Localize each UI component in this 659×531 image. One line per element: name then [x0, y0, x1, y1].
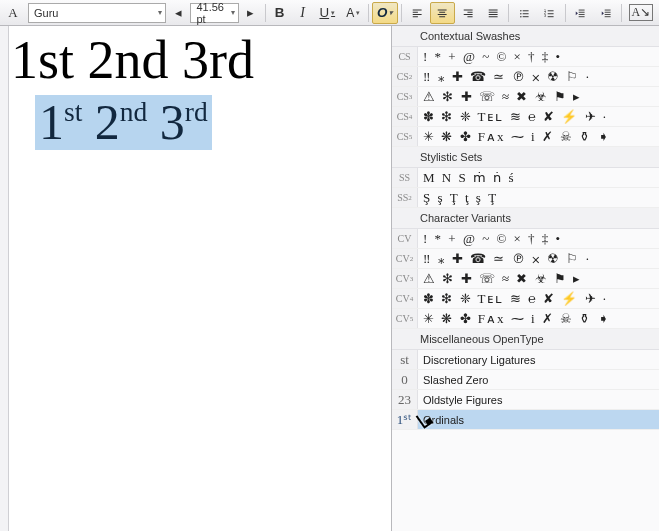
underline-button[interactable]: U — [315, 2, 341, 24]
opentype-features-button[interactable]: O — [372, 2, 398, 24]
section-character-variants: Character Variants — [392, 208, 659, 229]
separator — [265, 4, 266, 22]
svg-point-2 — [520, 15, 521, 16]
align-right-button[interactable] — [456, 2, 480, 24]
swash-row-cs3[interactable]: CS3⚠ ✻ ✚ ☏ ≈ ✖ ☣ ⚑ ▸ — [392, 87, 659, 107]
separator — [508, 4, 509, 22]
align-justify-button[interactable] — [481, 2, 505, 24]
opentype-panel: Contextual Swashes CS! * + @ ~ © × † ‡ •… — [391, 26, 659, 531]
separator — [621, 4, 622, 22]
font-name-combo[interactable]: Guru ▾ — [28, 3, 166, 23]
swash-row-cs4[interactable]: CS4✽ ❇ ❈ Tᴇʟ ≋ ℮ ✘ ⚡ ✈ · — [392, 107, 659, 127]
formatting-toolbar: A Guru ▾ ◂ 41.56 pt ▾ ▸ B I U A O 123 A↘ — [0, 0, 659, 26]
font-size-value: 41.56 pt — [196, 1, 230, 25]
align-left-button[interactable] — [405, 2, 429, 24]
italic-button[interactable]: I — [292, 2, 314, 24]
outdent-button[interactable] — [568, 2, 592, 24]
separator — [368, 4, 369, 22]
number-list-button[interactable]: 123 — [537, 2, 561, 24]
charvar-row-cv5[interactable]: CV5✳ ❋ ✤ Fᴀx ⁓ i ✗ ☠ ⚱ ➧ — [392, 309, 659, 329]
char-dialog-button[interactable]: A↘ — [625, 2, 657, 24]
charvar-row-cv[interactable]: CV! * + @ ~ © × † ‡ • — [392, 229, 659, 249]
size-next-button[interactable]: ▸ — [240, 2, 262, 24]
align-center-button[interactable] — [430, 2, 454, 24]
feature-slashed-zero[interactable]: 0Slashed Zero — [392, 370, 659, 390]
font-size-combo[interactable]: 41.56 pt ▾ — [190, 3, 238, 23]
swash-row-cs2[interactable]: CS2‼ ⁎ ✚ ☎ ≃ ℗ ⨉ ☢ ⚐ · — [392, 67, 659, 87]
char-color-button[interactable]: A — [341, 2, 365, 24]
bold-button[interactable]: B — [269, 2, 291, 24]
font-name-value: Guru — [34, 7, 58, 19]
vertical-ruler — [0, 26, 9, 531]
charvar-row-cv3[interactable]: CV3⚠ ✻ ✚ ☏ ≈ ✖ ☣ ⚑ ▸ — [392, 269, 659, 289]
font-prev-button[interactable]: ◂ — [167, 2, 189, 24]
styleset-row-ss[interactable]: SSM N S ṁ ṅ ś — [392, 168, 659, 188]
chevron-down-icon: ▾ — [231, 8, 235, 17]
chevron-down-icon: ▾ — [158, 8, 162, 17]
separator — [401, 4, 402, 22]
styleset-row-ss2[interactable]: SS2Ş ş Ţ ţ ş Ţ — [392, 188, 659, 208]
section-contextual-swashes: Contextual Swashes — [392, 26, 659, 47]
swash-row-cs[interactable]: CS! * + @ ~ © × † ‡ • — [392, 47, 659, 67]
svg-point-1 — [520, 13, 521, 14]
section-stylistic-sets: Stylistic Sets — [392, 147, 659, 168]
charvar-row-cv2[interactable]: CV2‼ ⁎ ✚ ☎ ≃ ℗ ⨉ ☢ ⚐ · — [392, 249, 659, 269]
swash-row-cs5[interactable]: CS5✳ ❋ ✤ Fᴀx ⁓ i ✗ ☠ ⚱ ➧ — [392, 127, 659, 147]
font-color-button[interactable]: A — [2, 2, 24, 24]
indent-button[interactable] — [594, 2, 618, 24]
bullet-list-button[interactable] — [512, 2, 536, 24]
svg-point-0 — [520, 10, 521, 11]
selected-text: 1st 2nd 3rd — [35, 95, 212, 150]
section-misc-opentype: Miscellaneous OpenType — [392, 329, 659, 350]
separator — [565, 4, 566, 22]
charvar-row-cv4[interactable]: CV4✽ ❇ ❈ Tᴇʟ ≋ ℮ ✘ ⚡ ✈ · — [392, 289, 659, 309]
svg-text:3: 3 — [544, 14, 546, 18]
feature-ordinals[interactable]: 1ˢᵗOrdinals — [392, 410, 659, 430]
feature-oldstyle-figures[interactable]: 23Oldstyle Figures — [392, 390, 659, 410]
feature-discretionary-ligatures[interactable]: stDiscretionary Ligatures — [392, 350, 659, 370]
